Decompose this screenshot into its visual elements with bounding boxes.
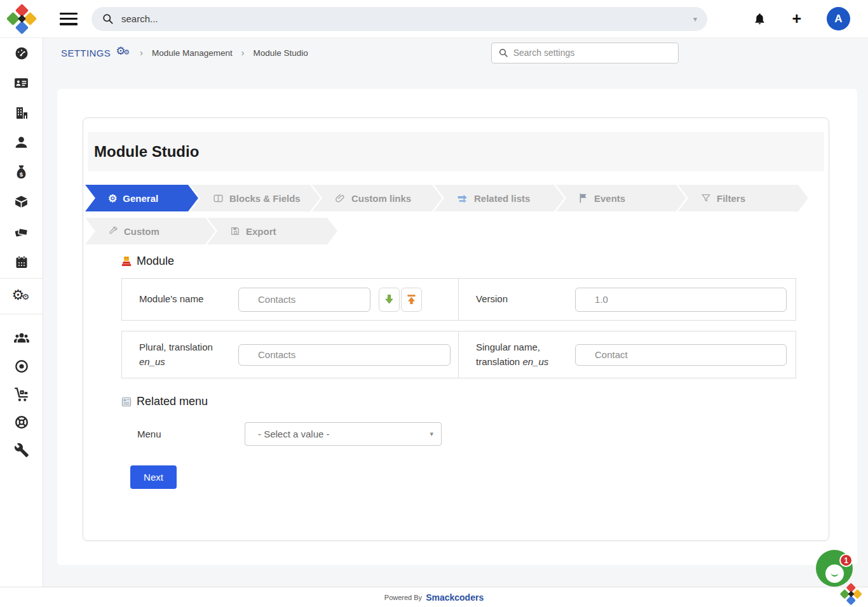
money-bag-icon: $ — [14, 164, 29, 180]
sidebar-item-calendar[interactable] — [0, 247, 43, 277]
menu-row: Menu - Select a value - ▾ — [121, 422, 795, 446]
menu-select[interactable]: - Select a value - ▾ — [245, 422, 442, 446]
tab-blocks-fields[interactable]: Blocks & Fields — [190, 185, 320, 211]
topbar-actions: + A — [707, 7, 868, 30]
tab-export[interactable]: Export — [207, 218, 337, 244]
module-name-cell: Module's name — [122, 279, 458, 320]
hamburger-menu-icon[interactable] — [60, 13, 78, 25]
search-dropdown-caret-icon[interactable]: ▾ — [693, 15, 697, 23]
import-export-buttons — [379, 288, 422, 312]
sidebar-item-contacts[interactable] — [0, 128, 43, 157]
form-content: Module Module's name — [83, 255, 829, 489]
dolly-cart-icon — [13, 387, 29, 403]
tab-events[interactable]: Events — [556, 185, 686, 211]
sidebar-item-settings[interactable]: ⚙⚙ — [0, 281, 43, 311]
tab-label: Custom links — [351, 193, 411, 204]
module-section-title: Module — [137, 255, 174, 268]
singular-label-text: Singular name, — [476, 342, 540, 352]
topbar: ▾ + A — [0, 0, 868, 38]
plural-label: Plural, translation en_us — [139, 340, 238, 369]
quick-create-button[interactable]: + — [792, 11, 801, 27]
module-fields-row-1: Module's name — [121, 278, 796, 321]
calendar-icon — [14, 255, 29, 270]
notifications-button[interactable] — [753, 12, 766, 25]
powered-by-label: Powered By — [384, 594, 422, 601]
brand-diamond-icon — [841, 584, 860, 603]
module-studio-card: Module Studio ⚙ General Blocks & Fields — [83, 117, 829, 541]
gear-icon: ⚙ — [108, 192, 117, 204]
settings-gears-icon: ⚙⚙ — [116, 46, 131, 59]
tab-label: Related lists — [474, 193, 530, 204]
settings-search[interactable] — [491, 43, 679, 63]
users-group-icon — [13, 330, 30, 347]
tab-custom[interactable]: Custom — [85, 218, 215, 244]
plural-lang: en_us — [139, 356, 165, 367]
breadcrumb-module-studio: Module Studio — [253, 48, 308, 58]
columns-icon — [213, 193, 224, 204]
filter-funnel-icon — [701, 193, 711, 203]
version-input[interactable] — [575, 288, 787, 312]
singular-label: Singular name, translation en_us — [476, 340, 575, 369]
sidebar-item-products[interactable] — [0, 187, 43, 217]
export-save-icon — [230, 226, 240, 236]
app-logo-icon — [8, 6, 35, 32]
module-name-label: Module's name — [139, 292, 238, 307]
app-logo[interactable] — [0, 0, 43, 38]
sidebar-item-contact-card[interactable] — [0, 68, 43, 98]
page-title: Module Studio — [94, 143, 199, 161]
module-name-input[interactable] — [238, 288, 370, 312]
singular-lang: en_us — [522, 356, 548, 367]
double-arrow-icon — [457, 194, 468, 203]
next-button[interactable]: Next — [130, 465, 177, 489]
user-avatar[interactable]: A — [827, 7, 850, 30]
wrench-small-icon — [108, 226, 118, 236]
global-search-input[interactable] — [121, 13, 688, 24]
tab-related-lists[interactable]: Related lists — [434, 185, 564, 211]
sidebar-item-invoices[interactable] — [0, 217, 43, 247]
singular-cell: Singular name, translation en_us — [458, 331, 796, 378]
chevron-down-icon: ▾ — [430, 430, 433, 438]
upload-arrow-button[interactable] — [401, 288, 422, 312]
breadcrumb-settings-link[interactable]: SETTINGS ⚙⚙ — [61, 46, 131, 59]
chat-widget-button[interactable]: 1 — [816, 550, 853, 587]
sidebar-item-users[interactable] — [0, 324, 43, 352]
chat-face-icon — [825, 564, 844, 583]
search-icon — [102, 13, 114, 25]
green-down-arrow-icon — [384, 294, 395, 305]
gears-icon: ⚙⚙ — [12, 288, 31, 305]
tabs-row-1: ⚙ General Blocks & Fields Custom links — [85, 185, 829, 211]
person-icon — [13, 135, 29, 150]
module-fields-row-2: Plural, translation en_us Singular name,… — [121, 331, 796, 378]
breadcrumb-module-management[interactable]: Module Management — [152, 48, 233, 58]
content-panel: Module Studio ⚙ General Blocks & Fields — [57, 89, 857, 565]
bell-icon — [753, 12, 766, 25]
global-search[interactable]: ▾ — [92, 7, 707, 31]
smackcoders-link[interactable]: Smackcoders — [426, 592, 484, 603]
corner-brand-logo — [841, 584, 860, 603]
tab-custom-links[interactable]: Custom links — [312, 185, 442, 211]
wrench-icon — [14, 443, 29, 458]
tab-filters[interactable]: Filters — [678, 185, 808, 211]
building-icon — [14, 105, 29, 121]
tab-general[interactable]: ⚙ General — [85, 185, 198, 211]
plural-input[interactable] — [238, 344, 451, 366]
plural-cell: Plural, translation en_us — [122, 331, 458, 378]
sidebar-item-tools[interactable] — [0, 436, 43, 464]
sidebar-item-dashboard[interactable] — [0, 38, 43, 68]
sidebar: $ ⚙⚙ — [0, 38, 43, 587]
tab-label: Export — [246, 226, 276, 237]
paperclip-icon — [335, 193, 346, 204]
breadcrumb: SETTINGS ⚙⚙ › Module Management › Module… — [43, 38, 868, 67]
sidebar-item-organizations[interactable] — [0, 98, 43, 128]
sidebar-item-support[interactable] — [0, 408, 43, 436]
sidebar-item-purchases[interactable] — [0, 380, 43, 408]
chat-unread-badge: 1 — [839, 554, 853, 567]
card-header: Module Studio — [88, 132, 824, 171]
settings-search-input[interactable] — [513, 48, 672, 58]
sidebar-item-deals[interactable]: $ — [0, 157, 43, 187]
sidebar-item-targets[interactable] — [0, 352, 43, 380]
menu-select-value: - Select a value - — [258, 429, 430, 439]
svg-text:$: $ — [20, 171, 24, 178]
download-arrow-button[interactable] — [379, 288, 400, 312]
singular-input[interactable] — [575, 344, 787, 366]
